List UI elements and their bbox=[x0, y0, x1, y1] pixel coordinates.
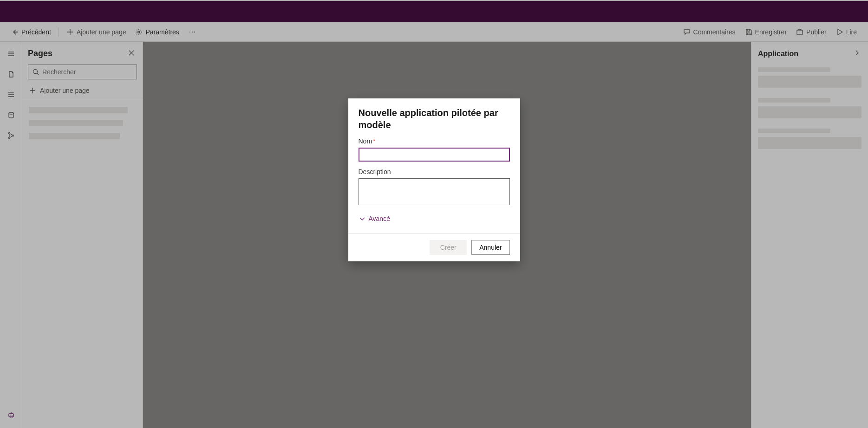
name-input[interactable] bbox=[359, 148, 510, 162]
chevron-down-icon bbox=[359, 215, 366, 222]
name-field-label: Nom* bbox=[359, 137, 510, 145]
create-button: Créer bbox=[430, 240, 467, 255]
create-button-label: Créer bbox=[440, 244, 457, 251]
cancel-button-label: Annuler bbox=[479, 244, 502, 251]
description-input[interactable] bbox=[359, 178, 510, 205]
modal-title: Nouvelle application pilotée par modèle bbox=[359, 107, 510, 131]
description-field-label: Description bbox=[359, 168, 510, 175]
advanced-label: Avancé bbox=[369, 215, 390, 222]
cancel-button[interactable]: Annuler bbox=[471, 240, 509, 255]
name-label-text: Nom bbox=[359, 137, 372, 145]
modal-overlay: Nouvelle application pilotée par modèle … bbox=[0, 0, 868, 428]
advanced-toggle[interactable]: Avancé bbox=[359, 215, 390, 222]
required-asterisk: * bbox=[373, 137, 375, 145]
new-app-modal: Nouvelle application pilotée par modèle … bbox=[348, 98, 520, 261]
